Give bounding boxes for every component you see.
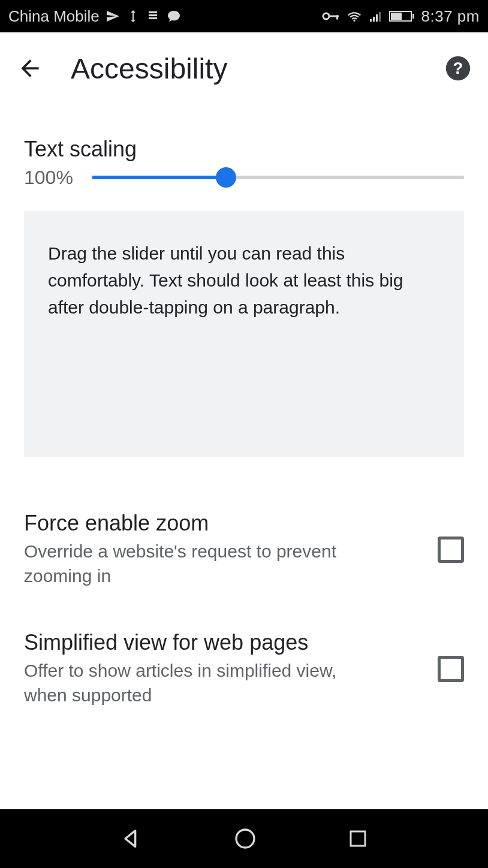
- text-scaling-preview: Drag the slider until you can read this …: [24, 211, 464, 457]
- carrier-label: China Mobile: [8, 7, 100, 26]
- svg-rect-8: [391, 13, 402, 20]
- text-scaling-row: 100%: [24, 165, 464, 189]
- help-icon[interactable]: ?: [445, 55, 471, 82]
- status-left: China Mobile: [8, 7, 181, 26]
- svg-text:?: ?: [453, 59, 463, 77]
- svg-point-12: [236, 830, 254, 848]
- simplified-view-checkbox[interactable]: [438, 656, 464, 682]
- vpn-key-icon: [322, 10, 340, 22]
- battery-icon: [389, 10, 415, 23]
- svg-rect-5: [376, 14, 378, 22]
- force-zoom-title: Force enable zoom: [24, 511, 426, 536]
- app-bar: Accessibility ?: [0, 32, 488, 104]
- status-time: 8:37 pm: [421, 7, 480, 26]
- text-scaling-value: 100%: [24, 167, 78, 189]
- content: Text scaling 100% Drag the slider until …: [0, 104, 488, 707]
- text-scaling-slider[interactable]: [92, 165, 464, 189]
- status-bar: China Mobile 8:37 pm: [0, 0, 488, 32]
- simplified-view-subtitle: Offer to show articles in simplified vie…: [24, 659, 360, 707]
- svg-rect-2: [336, 16, 338, 20]
- svg-rect-4: [373, 17, 375, 22]
- nav-recents-icon[interactable]: [347, 828, 369, 849]
- back-arrow-icon[interactable]: [17, 55, 43, 82]
- slider-fill: [92, 176, 226, 179]
- navigation-bar: [0, 809, 488, 868]
- text-scaling-label: Text scaling: [24, 137, 464, 162]
- simplified-view-texts: Simplified view for web pages Offer to s…: [24, 630, 426, 707]
- force-zoom-texts: Force enable zoom Override a website's r…: [24, 511, 426, 588]
- page-title: Accessibility: [71, 52, 227, 85]
- nav-home-icon[interactable]: [233, 827, 257, 851]
- svg-rect-6: [379, 12, 381, 22]
- send-icon: [106, 9, 120, 23]
- svg-rect-3: [370, 19, 372, 22]
- nav-back-icon[interactable]: [119, 827, 143, 851]
- setting-simplified-view[interactable]: Simplified view for web pages Offer to s…: [24, 630, 464, 707]
- setting-force-zoom[interactable]: Force enable zoom Override a website's r…: [24, 511, 464, 588]
- chat-icon: [167, 9, 181, 23]
- status-right: 8:37 pm: [322, 7, 480, 26]
- stack-icon: [146, 9, 161, 23]
- force-zoom-subtitle: Override a website's request to prevent …: [24, 540, 360, 588]
- sync-icon: [126, 9, 140, 23]
- simplified-view-title: Simplified view for web pages: [24, 630, 426, 655]
- wifi-icon: [346, 10, 363, 23]
- svg-point-0: [323, 13, 329, 19]
- slider-thumb[interactable]: [216, 167, 236, 188]
- svg-rect-9: [412, 14, 414, 19]
- force-zoom-checkbox[interactable]: [438, 537, 464, 563]
- svg-rect-13: [351, 831, 365, 846]
- signal-icon: [369, 10, 383, 23]
